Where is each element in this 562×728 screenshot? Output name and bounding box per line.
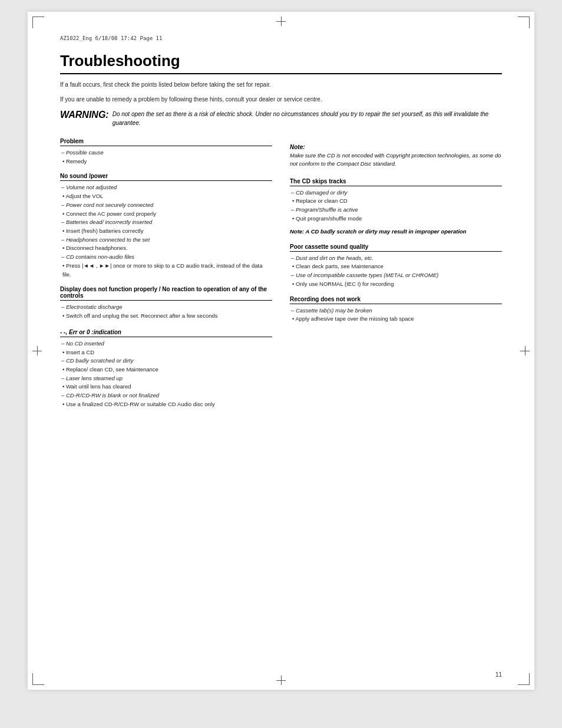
recording-header: Recording does not work [290,296,502,304]
note-text: Make sure the CD is not encoded with Cop… [290,151,502,169]
cassette-remedy-1: Clean deck parts, see Maintenance [290,262,502,271]
indication-cause-2: CD badly scratched or dirty [60,357,272,365]
display-cause-1: Electrostatic discharge [60,303,272,312]
recording-items: Cassette tab(s) may be broken Apply adhe… [290,307,502,324]
cassette-cause-1: Dust and dirt on the heads, etc. [290,254,502,263]
page-number: 11 [495,671,502,678]
no-sound-cause-3: Batteries dead/ incorrectly inserted [60,218,272,227]
no-sound-header: No sound /power [60,173,272,181]
display-remedy-1: Switch off and unplug the set. Reconnect… [60,312,272,321]
indication-cause-3: Laser lens steamed up [60,374,272,383]
two-column-layout: Problem Possible cause Remedy No sound /… [60,138,502,409]
indication-cause-4: CD-R/CD-RW is blank or not finalized [60,391,272,400]
warning-block: WARNING: Do not open the set as there is… [60,110,502,127]
left-column: Problem Possible cause Remedy No sound /… [60,138,272,409]
no-sound-remedy-3: Insert (fresh) batteries correctly [60,227,272,236]
indication-header: - -, Err or 0 :indication [60,329,272,337]
corner-mark-br [518,673,530,685]
cd-skips-cause-1: CD damaged or dirty [290,189,502,197]
recording-cause-1: Cassette tab(s) may be broken [290,307,502,315]
reg-mark-left [32,346,42,355]
cd-skips-header: The CD skips tracks [290,178,502,186]
corner-mark-tl [32,17,44,28]
no-sound-remedy-2: Connect the AC power cord properly [60,210,272,219]
display-header: Display does not function properly / No … [60,286,272,301]
right-column: Note: Make sure the CD is not encoded wi… [290,138,502,409]
no-sound-cause-4: Headphones connected to the set [60,236,272,245]
problem-legend-header: Problem [60,138,272,146]
indication-header-text: - -, Err or 0 :indication [60,329,121,335]
intro-line2: If you are unable to remedy a problem by… [60,95,502,104]
no-sound-cause-5: CD contains non-audio files [60,253,272,262]
note-block: Note: Make sure the CD is not encoded wi… [290,144,502,169]
indication-remedy-4: Use a finalized CD-R/CD-RW or suitable C… [60,400,272,409]
indication-cause-1: No CD inserted [60,340,272,348]
note-label: Note: [290,144,502,150]
recording-remedy-1: Apply adhesive tape over the missing tab… [290,315,502,324]
corner-mark-bl [32,673,44,685]
page-container: AZ1022_Eng 6/18/08 17:42 Page 11 Trouble… [0,0,562,728]
page: AZ1022_Eng 6/18/08 17:42 Page 11 Trouble… [28,12,534,690]
problem-header-text: Problem [60,138,84,144]
corner-mark-tr [518,17,530,28]
reg-mark-top [276,17,286,26]
intro-line1: If a fault occurs, first check the point… [60,80,502,89]
legend-remedy: Remedy [60,157,272,166]
cd-skips-remedy-2: Quit program/shuffle mode [290,215,502,223]
cd-skips-cause-2: Program/Shuffle is active [290,206,502,215]
reg-mark-bottom [276,676,286,685]
page-title: Troubleshooting [60,52,502,74]
file-info: AZ1022_Eng 6/18/08 17:42 Page 11 [60,35,502,41]
indication-items: No CD inserted Insert a CD CD badly scra… [60,340,272,409]
cassette-remedy-2: Only use NORMAL (IEC I) for recording [290,280,502,289]
cassette-cause-2: Use of incompatible cassette types (META… [290,271,502,280]
no-sound-cause-2: Power cord not securely connected [60,201,272,210]
cd-skips-remedy-1: Replace or clean CD [290,197,502,206]
indication-remedy-2: Replace/ clean CD, see Maintenance [60,365,272,374]
no-sound-remedy-1: Adjust the VOL [60,192,272,201]
cd-skips-items: CD damaged or dirty Replace or clean CD … [290,189,502,223]
display-items: Electrostatic discharge Switch off and u… [60,303,272,320]
indication-remedy-3: Wait until lens has cleared [60,383,272,391]
cassette-header: Poor cassette sound quality [290,243,502,252]
warning-text: Do not open the set as there is a risk o… [113,110,502,127]
cassette-items: Dust and dirt on the heads, etc. Clean d… [290,254,502,289]
no-sound-remedy-5: Press |◄◄ , ►►| once or more to skip to … [60,262,272,279]
legend-items: Possible cause Remedy [60,149,272,166]
reg-mark-right [520,346,530,355]
legend-cause: Possible cause [60,149,272,157]
no-sound-remedy-4: Disconnect headphones. [60,244,272,253]
no-sound-items: Volume not adjusted Adjust the VOL Power… [60,183,272,279]
indication-remedy-1: Insert a CD [60,348,272,357]
warning-label: WARNING: [60,110,109,120]
cd-skips-note: Note: A CD badly scratch or dirty may re… [290,228,502,236]
no-sound-cause-1: Volume not adjusted [60,183,272,192]
